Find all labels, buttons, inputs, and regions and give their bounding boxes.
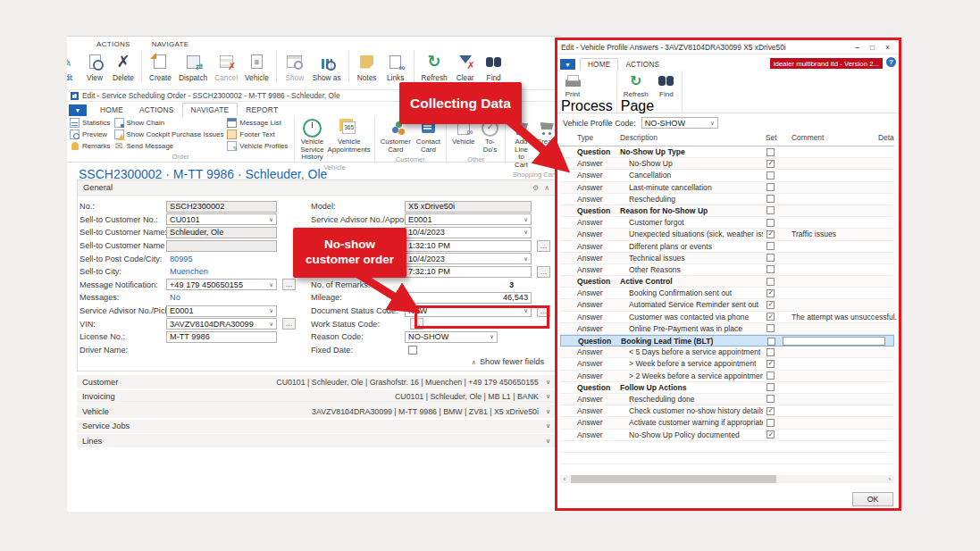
help-icon[interactable]: ? [886,57,896,67]
field-control[interactable]: X5 xDrive50i ∨ [405,201,532,213]
field-control[interactable]: No ∨ [166,292,277,304]
set-checkbox[interactable] [766,360,775,368]
dialog-ribbon-tab[interactable]: HOME [580,58,618,71]
ribbon-action[interactable]: Send Message [114,140,228,152]
fasttab-header[interactable]: Customer CU0101 | Schleuder, Ole | Grash… [77,375,556,388]
dropdown-icon[interactable]: ∨ [524,216,528,223]
ribbon-action[interactable]: Print [561,71,584,98]
set-checkbox[interactable] [766,242,775,250]
field-control[interactable]: 3 ∨ [405,279,532,290]
field-control[interactable]: ∨ [405,344,532,355]
set-checkbox[interactable] [766,383,775,391]
field-control[interactable]: E0001 ∨ [166,305,277,317]
ellipsis-button[interactable]: … [537,266,550,278]
toolbar-button[interactable]: Refresh [418,50,451,82]
set-checkbox[interactable] [766,278,775,286]
chevron-down-icon[interactable]: ∨ [546,408,550,415]
set-checkbox[interactable] [766,265,775,273]
chevron-down-icon[interactable]: ∨ [546,438,550,445]
set-checkbox[interactable] [766,324,775,332]
table-row[interactable]: Answer Technical issues [560,253,894,264]
field-control[interactable]: ∨ [166,240,277,252]
dropdown-icon[interactable]: ∨ [269,216,273,223]
table-row[interactable]: Answer Rescheduling [560,194,894,205]
ribbon-tab[interactable]: NAVIGATE [182,103,239,116]
table-row[interactable]: Question Booking Lead Time (BLT) [560,335,894,346]
table-row[interactable]: Answer Check customer no-show history de… [560,405,894,417]
ribbon-action[interactable]: Vehicle Profiles [227,140,291,152]
table-row[interactable]: Answer No-Show Up [560,158,894,170]
dropdown-icon[interactable]: ∨ [524,229,528,236]
chevron-down-icon[interactable]: ∨ [546,393,550,400]
table-row[interactable]: Answer Activate customer warning if appr… [560,417,894,429]
ribbon-action[interactable]: Statistics [70,117,114,129]
table-row[interactable]: Answer Customer was contacted via phone … [560,312,894,323]
menu-item[interactable]: ACTIONS [96,40,130,48]
table-row[interactable]: Answer Online Pre-Payment was in place [560,323,894,335]
chevron-down-icon[interactable]: ∨ [546,379,550,386]
menu-item[interactable]: NAVIGATE [152,40,189,48]
field-control[interactable]: +49 179 450650155 ∨ [166,279,277,290]
table-row[interactable]: Answer Unexpected situations (sick, weat… [560,229,894,240]
toolbar-button[interactable]: Dispatch [175,50,211,82]
table-row[interactable]: Answer Rescheduling done [560,394,894,405]
field-control[interactable]: Schleuder, Ole ∨ [166,227,277,238]
table-row[interactable]: Answer Booking Confirmation sent out [560,288,894,299]
set-checkbox[interactable] [766,348,775,356]
comment-input[interactable] [783,337,885,346]
field-control[interactable]: NO-SHOW ∨ [405,331,498,343]
ribbon-action[interactable]: Find [655,71,678,98]
dropdown-icon[interactable]: ∨ [269,307,273,314]
set-checkbox[interactable] [766,171,775,179]
ribbon-tab[interactable]: ACTIONS [131,104,182,116]
toolbar-button[interactable]: Vehicle [241,50,277,82]
set-checkbox[interactable] [766,430,775,438]
set-checkbox[interactable] [766,289,775,297]
ok-button[interactable]: OK [852,492,893,506]
dropdown-icon[interactable]: ∨ [490,333,494,340]
set-checkbox[interactable] [766,160,775,168]
ribbon-action[interactable]: Vehicle Service History [297,117,326,163]
field-control[interactable]: 46,543 ∨ [405,292,532,304]
field-control[interactable]: SSCH2300002 ∨ [166,201,277,213]
toolbar-button[interactable]: Cancel [211,50,241,82]
set-checkbox[interactable] [766,195,775,203]
ribbon-tab[interactable]: REPORT [238,104,286,116]
ribbon-action[interactable]: Show Chain [114,117,228,129]
set-checkbox[interactable] [766,301,775,309]
table-row[interactable]: Answer Cancellation [560,170,894,181]
table-row[interactable]: Answer No-Show Up Policy documented [560,430,894,441]
show-fewer-fields-link[interactable]: ∧Show fewer fields [472,357,544,366]
field-control[interactable]: 10/4/2023 ∨ [405,227,532,238]
ellipsis-button[interactable]: … [537,240,550,252]
ribbon-action[interactable]: Show Cockpit Purchase Issues [114,129,228,140]
general-fasttab-header[interactable]: General ⚙∧ [78,180,555,196]
table-row[interactable]: Answer Different plans or events [560,241,894,253]
set-checkbox[interactable] [766,219,775,227]
toolbar-button[interactable]: Show as [309,50,349,82]
table-row[interactable]: Question Active Control [560,276,894,288]
scrollbar-thumb[interactable] [571,475,776,483]
maximize-icon[interactable]: □ [865,41,880,53]
ribbon-action[interactable]: Footer Text [227,129,291,140]
field-control[interactable]: Muenchen ∨ [166,266,277,278]
dropdown-icon[interactable]: ∨ [524,255,528,263]
toolbar-button[interactable]: Clear [451,50,480,82]
app-menu-button[interactable]: ▼ [560,59,575,70]
toolbar-button[interactable]: Create [146,50,175,82]
field-control[interactable]: ∨ [166,344,277,355]
set-checkbox[interactable] [766,419,775,427]
field-control[interactable]: 10/4/2023 ∨ [405,253,532,264]
dropdown-icon[interactable]: ∨ [710,120,715,127]
ribbon-action[interactable]: Preview [70,129,114,140]
toolbar-button[interactable]: Delete [109,50,142,82]
field-control[interactable]: 80995 ∨ [166,253,277,264]
set-checkbox[interactable] [767,338,775,346]
fasttab-header[interactable]: Invoicing CU0101 | Schleuder, Ole | MB L… [77,390,556,404]
close-icon[interactable]: × [880,41,895,53]
ellipsis-button[interactable]: … [282,279,296,290]
field-control[interactable]: 7:32:10 PM ∨ [405,266,532,278]
set-checkbox[interactable] [766,254,775,262]
fasttab-header[interactable]: Service Jobs ∨ [77,420,556,433]
table-row[interactable]: Question Follow Up Actions [560,382,894,394]
